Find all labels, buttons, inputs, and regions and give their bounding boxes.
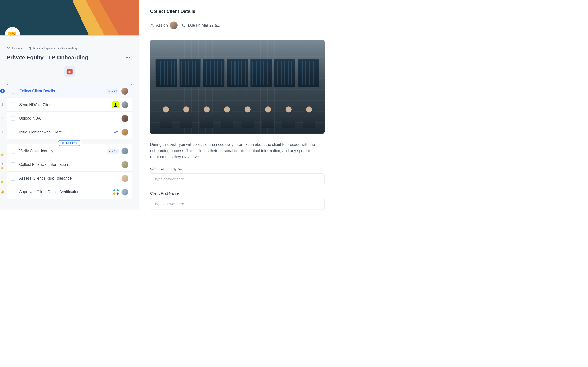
task-row-upload-nda[interactable]: 3 Upload NDA: [7, 112, 132, 125]
task-number: 3: [0, 116, 5, 121]
task-row-assess-risk[interactable]: 8 ✋ Assess Client's Risk Tolerance: [7, 172, 132, 185]
task-checkbox[interactable]: [11, 116, 15, 121]
thumbs-up-icon: 👍: [0, 190, 5, 194]
task-number: 2: [0, 102, 5, 107]
task-number: 4: [0, 130, 5, 134]
task-number: 6: [0, 149, 5, 153]
task-number: 7: [0, 162, 5, 167]
assign-label: Assign: [156, 23, 168, 27]
svg-point-5: [63, 143, 63, 144]
assignee-avatar[interactable]: [121, 101, 128, 108]
task-row-verify-identity[interactable]: 6 ✋ Verify Client Identity Apr 17: [7, 144, 132, 158]
field-label-company: Client Company Name: [150, 167, 325, 171]
task-number: 8: [0, 176, 5, 181]
more-options-button[interactable]: •••: [123, 54, 132, 61]
first-name-input[interactable]: [150, 198, 325, 210]
task-description: During this task, you will collect all t…: [150, 142, 325, 160]
task-row-collect-financial[interactable]: 7 ✋ Collect Financial Information: [7, 158, 132, 172]
breadcrumb-current[interactable]: Private Equity - LP Onboarding: [28, 46, 77, 50]
assignee-avatar[interactable]: [170, 22, 178, 29]
home-icon: [7, 46, 10, 50]
task-row-send-nda[interactable]: 2 Send NDA to Client: [7, 98, 132, 112]
task-title: Assess Client's Risk Tolerance: [19, 176, 121, 181]
due-date-control[interactable]: Due Fri Mar 29 a...: [182, 23, 220, 27]
task-title: Approval: Client Details Verification: [19, 190, 113, 194]
company-name-input[interactable]: [150, 173, 325, 185]
download-icon[interactable]: [112, 101, 119, 108]
task-title: Verify Client Identity: [19, 149, 107, 153]
task-hero-image: [150, 40, 325, 134]
detail-panel: Collect Client Details Assign Due Fri Ma…: [139, 0, 336, 210]
integration-icon[interactable]: [113, 129, 119, 135]
field-label-firstname: Client First Name: [150, 191, 325, 196]
assignee-avatar[interactable]: [121, 129, 128, 136]
slack-icon[interactable]: [113, 189, 119, 195]
task-title: Send NDA to Client: [19, 102, 112, 107]
task-row-collect-client-details[interactable]: 1 Collect Client Details Mar 29: [7, 84, 132, 98]
assign-control[interactable]: Assign: [150, 22, 178, 29]
task-row-initial-contact[interactable]: 4 Initial Contact with Client: [7, 125, 132, 139]
task-title: Upload NDA: [19, 116, 121, 121]
assignee-avatar[interactable]: [121, 161, 128, 168]
task-checkbox[interactable]: [11, 176, 15, 181]
due-date-badge[interactable]: Mar 29: [106, 89, 119, 93]
task-title: Collect Financial Information: [19, 162, 121, 167]
due-date-badge[interactable]: Apr 17: [107, 149, 119, 153]
task-title: Collect Client Details: [19, 89, 106, 93]
assignee-avatar[interactable]: [121, 115, 128, 122]
task-row-approval[interactable]: 👍 Approval: Client Details Verification: [7, 185, 132, 199]
task-checkbox[interactable]: [11, 89, 16, 93]
hand-icon: ✋: [0, 153, 5, 156]
due-date-label: Due Fri Mar 29 a...: [188, 23, 220, 27]
task-checkbox[interactable]: [11, 149, 15, 153]
breadcrumb: Library › Private Equity - LP Onboarding: [7, 46, 132, 50]
page-title: Private Equity - LP Onboarding: [7, 54, 88, 60]
workspace-logo[interactable]: 🤝: [5, 27, 20, 35]
task-title: Initial Contact with Client: [19, 130, 113, 134]
task-number: 1: [0, 89, 5, 93]
person-icon: [150, 23, 154, 27]
svg-point-4: [62, 143, 63, 144]
task-checkbox[interactable]: [11, 162, 15, 167]
task-list: 1 Collect Client Details Mar 29 2 Send N…: [7, 84, 132, 199]
assignee-avatar[interactable]: [121, 189, 128, 196]
task-checkbox[interactable]: [11, 190, 15, 194]
task-checkbox[interactable]: [11, 130, 15, 134]
workflow-source-icon[interactable]: In: [64, 66, 75, 77]
hand-icon: ✋: [0, 167, 5, 170]
assignee-avatar[interactable]: [121, 88, 128, 95]
task-checkbox[interactable]: [11, 102, 15, 107]
svg-point-6: [151, 24, 153, 25]
breadcrumb-library[interactable]: Library: [7, 46, 22, 50]
header-banner: 🤝: [0, 0, 139, 35]
breadcrumb-current-label: Private Equity - LP Onboarding: [33, 46, 77, 50]
hand-icon: ✋: [0, 180, 5, 184]
document-icon: [28, 46, 32, 50]
detail-meta-row: Assign Due Fri Mar 29 a...: [150, 18, 325, 32]
assignee-avatar[interactable]: [121, 175, 128, 182]
assignee-avatar[interactable]: [121, 148, 128, 154]
invision-icon: In: [67, 69, 73, 75]
left-panel: 🤝 Library › Private Equity - LP Onboardi…: [0, 0, 139, 210]
detail-title: Collect Client Details: [150, 8, 325, 14]
clock-icon: [182, 23, 186, 27]
task-group-1: 1 Collect Client Details Mar 29 2 Send N…: [7, 84, 132, 139]
breadcrumb-library-label: Library: [12, 46, 22, 50]
task-group-2: 6 ✋ Verify Client Identity Apr 17 7 ✋ Co…: [7, 144, 132, 199]
chevron-right-icon: ›: [25, 47, 25, 50]
